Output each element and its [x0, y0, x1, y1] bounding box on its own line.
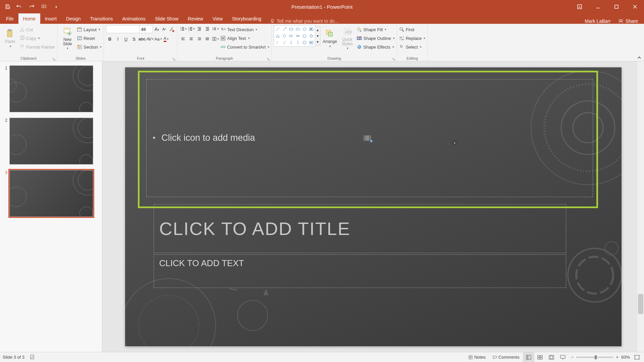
text-direction-button[interactable]: ⇅AText Direction▾	[220, 26, 269, 33]
columns-icon[interactable]: ▾	[212, 35, 219, 43]
fit-to-window-icon[interactable]	[633, 352, 641, 362]
comments-button[interactable]: Comments	[489, 352, 523, 362]
tell-me-search[interactable]: Tell me what you want to do...	[266, 18, 342, 24]
select-button[interactable]: Select▾	[399, 43, 426, 51]
paragraph-dialog-launcher[interactable]	[267, 56, 271, 60]
format-painter-button[interactable]: Format Painter	[19, 43, 55, 51]
zoom-level[interactable]: 93%	[621, 355, 630, 360]
shape-outline-button[interactable]: Shape Outline▾	[357, 35, 394, 42]
undo-icon[interactable]: ▾	[15, 2, 25, 12]
clear-formatting-icon[interactable]	[168, 25, 175, 33]
align-text-button[interactable]: Align Text▾	[220, 35, 269, 42]
shadow-icon[interactable]: S	[130, 35, 138, 43]
italic-icon[interactable]: I	[114, 35, 121, 43]
increase-font-icon[interactable]: A▴	[153, 25, 160, 33]
shape-pentagon-icon[interactable]	[302, 33, 308, 39]
maximize-icon[interactable]	[607, 0, 626, 13]
shape-line-icon[interactable]	[275, 26, 281, 32]
arrange-button[interactable]: Arrange▾	[322, 25, 338, 51]
shape-connector2-icon[interactable]	[281, 40, 287, 46]
section-button[interactable]: Section▾	[77, 43, 102, 51]
tab-review[interactable]: Review	[183, 13, 208, 24]
start-from-beginning-icon[interactable]	[39, 2, 49, 12]
font-name-input[interactable]	[106, 25, 140, 33]
shapes-gallery[interactable]: A ▴ ▾ ▾	[274, 25, 320, 47]
replace-button[interactable]: abacReplace▾	[399, 35, 426, 42]
reading-view-icon[interactable]	[546, 352, 557, 362]
shape-connector1-icon[interactable]	[275, 40, 281, 46]
slide-thumbnail-pane[interactable]: 1 2 3	[0, 61, 102, 352]
slideshow-view-icon[interactable]	[557, 352, 569, 362]
find-button[interactable]: Find	[399, 26, 426, 33]
tab-file[interactable]: File	[1, 13, 18, 24]
zoom-in-icon[interactable]: +	[616, 355, 619, 360]
cut-button[interactable]: Cut	[19, 26, 55, 33]
tab-storyboarding[interactable]: Storyboarding	[227, 13, 266, 24]
slide-sorter-icon[interactable]	[534, 352, 546, 362]
shape-textbox-icon[interactable]: A	[308, 26, 314, 32]
notes-button[interactable]: Notes	[465, 352, 489, 362]
tab-transitions[interactable]: Transitions	[86, 13, 118, 24]
shape-brace-right-icon[interactable]	[295, 40, 301, 46]
slide-canvas[interactable]: • Click icon to add media CLICK TO ADD T…	[125, 67, 622, 346]
normal-view-icon[interactable]	[523, 352, 534, 362]
redo-icon[interactable]	[27, 2, 37, 12]
font-dialog-launcher[interactable]	[172, 56, 176, 60]
shapes-more-icon[interactable]: ▾	[315, 39, 320, 45]
close-icon[interactable]	[626, 0, 644, 13]
tab-design[interactable]: Design	[61, 13, 86, 24]
decrease-indent-icon[interactable]	[196, 25, 203, 33]
increase-indent-icon[interactable]	[204, 25, 211, 33]
line-spacing-icon[interactable]: ▾	[212, 25, 219, 33]
tab-slideshow[interactable]: Slide Show	[150, 13, 183, 24]
decrease-font-icon[interactable]: A▾	[160, 25, 168, 33]
shape-star-icon[interactable]	[308, 33, 314, 39]
shape-rect-icon[interactable]	[288, 26, 294, 32]
font-size-input[interactable]	[140, 25, 153, 33]
font-color-icon[interactable]: A▾	[162, 35, 170, 43]
change-case-icon[interactable]: Aa▾	[154, 35, 162, 43]
copy-button[interactable]: Copy▾	[19, 35, 55, 42]
new-slide-button[interactable]: New Slide▾	[59, 25, 75, 51]
strikethrough-icon[interactable]: abc	[138, 35, 146, 43]
zoom-out-icon[interactable]: −	[571, 355, 574, 360]
paste-button[interactable]: Paste▾	[2, 25, 18, 51]
shape-effects-button[interactable]: Shape Effects▾	[357, 43, 394, 51]
align-center-icon[interactable]	[187, 35, 195, 43]
shape-oval-icon[interactable]	[302, 26, 308, 32]
tab-view[interactable]: View	[208, 13, 227, 24]
layout-button[interactable]: Layout▾	[77, 26, 102, 33]
spell-check-icon[interactable]	[30, 354, 35, 360]
character-spacing-icon[interactable]: AV▾	[146, 35, 154, 43]
slide-thumbnail-1[interactable]: 1	[3, 65, 99, 112]
shapes-scroll-down-icon[interactable]: ▾	[315, 33, 320, 39]
ribbon-display-options-icon[interactable]	[570, 0, 589, 13]
text-placeholder[interactable]: CLICK TO ADD TEXT	[154, 254, 566, 288]
zoom-slider-thumb[interactable]	[595, 355, 597, 359]
align-right-icon[interactable]	[196, 35, 203, 43]
shape-hexagon-icon[interactable]	[302, 40, 308, 46]
shape-fill-button[interactable]: Shape Fill▾	[357, 26, 394, 33]
shape-action-icon[interactable]	[308, 40, 314, 46]
align-left-icon[interactable]	[179, 35, 187, 43]
slide-counter[interactable]: Slide 3 of 3	[3, 355, 24, 360]
tab-home[interactable]: Home	[18, 13, 40, 24]
tab-animations[interactable]: Animations	[117, 13, 150, 24]
drawing-dialog-launcher[interactable]	[392, 56, 396, 60]
shape-triangle-icon[interactable]	[275, 33, 281, 39]
underline-icon[interactable]: U	[122, 35, 129, 43]
justify-icon[interactable]	[204, 35, 211, 43]
shape-rightarrow-icon[interactable]	[288, 33, 294, 39]
media-placeholder[interactable]: • Click icon to add media	[138, 71, 598, 208]
minimize-icon[interactable]	[589, 0, 607, 13]
share-button[interactable]: Share	[613, 18, 643, 24]
shapes-scroll-up-icon[interactable]: ▴	[315, 27, 320, 33]
quick-styles-button[interactable]: Abc Quick Styles▾	[339, 25, 355, 51]
slide-thumbnail-2[interactable]: 2	[3, 118, 99, 165]
slide-editor[interactable]: • Click icon to add media CLICK TO ADD T…	[102, 61, 644, 352]
tab-insert[interactable]: Insert	[40, 13, 61, 24]
shape-doublearrow-icon[interactable]	[295, 33, 301, 39]
bullets-icon[interactable]: ▾	[179, 25, 187, 33]
shape-arrow-icon[interactable]	[281, 26, 287, 32]
numbering-icon[interactable]: 123▾	[187, 25, 195, 33]
